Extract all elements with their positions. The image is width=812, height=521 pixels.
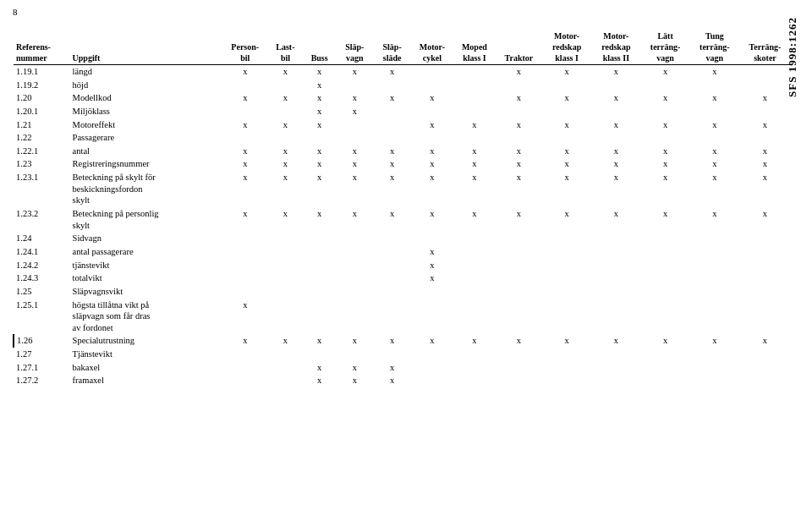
cell-value: [496, 131, 542, 145]
table-row: 1.26Specialutrustningxxxxxxxxxxxxx: [14, 334, 791, 348]
cell-value: [739, 65, 791, 79]
cell-ref: 1.20.1: [14, 105, 70, 118]
table-row: 1.22Passagerare: [14, 131, 791, 145]
cell-value: [303, 299, 336, 335]
cell-desc: totalvikt: [70, 271, 222, 285]
cell-value: x: [690, 171, 739, 207]
cell-desc: Specialutrustning: [70, 334, 222, 348]
cell-value: x: [411, 118, 453, 132]
cell-value: x: [542, 118, 591, 132]
cell-value: x: [496, 118, 542, 132]
cell-value: x: [591, 91, 640, 105]
table-row: 1.24.3totalviktx: [14, 271, 791, 285]
header-tung-terrang: Tungterräng-vagn: [690, 30, 739, 65]
cell-value: x: [542, 334, 591, 348]
cell-value: [591, 361, 640, 375]
cell-value: [542, 259, 591, 272]
cell-value: x: [268, 118, 304, 132]
cell-value: [453, 79, 496, 92]
cell-value: x: [542, 145, 591, 158]
header-uppgift: Uppgift: [70, 30, 222, 65]
cell-value: [268, 79, 304, 92]
cell-value: x: [453, 207, 496, 232]
cell-value: [640, 361, 689, 375]
cell-value: [591, 348, 640, 361]
cell-value: x: [411, 271, 453, 285]
header-slapslade: Släp-släde: [373, 30, 410, 65]
cell-value: [591, 299, 640, 335]
cell-value: [496, 285, 542, 299]
cell-value: x: [268, 91, 304, 105]
cell-value: [542, 131, 591, 145]
cell-value: x: [336, 207, 373, 232]
cell-value: [411, 65, 453, 79]
cell-value: [542, 79, 591, 92]
cell-value: [303, 232, 336, 245]
cell-value: [690, 79, 739, 92]
cell-value: [542, 348, 591, 361]
cell-value: [640, 259, 689, 272]
cell-value: x: [496, 171, 542, 207]
cell-value: x: [739, 118, 791, 132]
cell-value: [542, 361, 591, 375]
cell-value: x: [739, 91, 791, 105]
cell-value: x: [690, 157, 739, 171]
cell-value: [453, 348, 496, 361]
cell-value: x: [373, 361, 410, 375]
header-traktor: Traktor: [496, 30, 542, 65]
cell-ref: 1.19.2: [14, 79, 70, 92]
cell-value: [411, 131, 453, 145]
cell-value: x: [739, 145, 791, 158]
cell-value: [268, 299, 304, 335]
cell-value: [739, 374, 791, 387]
cell-value: [222, 348, 268, 361]
cell-value: [222, 79, 268, 92]
cell-value: [690, 131, 739, 145]
table-row: 1.23.1Beteckning på skylt förbeskickning…: [14, 171, 791, 207]
cell-value: x: [336, 65, 373, 79]
table-row: 1.19.2höjdx: [14, 79, 791, 92]
cell-value: [303, 348, 336, 361]
header-last: Last-bil: [268, 30, 304, 65]
main-table: Referens-nummer Uppgift Person-bil Last-…: [13, 30, 791, 387]
cell-ref: 1.27.1: [14, 361, 70, 375]
cell-value: [640, 285, 689, 299]
cell-desc: Modellkod: [70, 91, 222, 105]
cell-value: x: [222, 118, 268, 132]
cell-value: x: [591, 157, 640, 171]
cell-value: x: [453, 145, 496, 158]
cell-desc: Släpvagnsvikt: [70, 285, 222, 299]
cell-ref: 1.25: [14, 285, 70, 299]
cell-value: x: [542, 171, 591, 207]
cell-value: [591, 285, 640, 299]
cell-value: [411, 232, 453, 245]
cell-value: x: [222, 171, 268, 207]
table-row: 1.24.2tjänsteviktx: [14, 259, 791, 272]
cell-value: [496, 374, 542, 387]
cell-value: [268, 361, 304, 375]
header-terrangskoter: Terräng-skoter: [739, 30, 791, 65]
cell-value: x: [303, 105, 336, 118]
cell-value: [453, 285, 496, 299]
cell-desc: Registreringsnummer: [70, 157, 222, 171]
cell-value: x: [453, 334, 496, 348]
cell-value: x: [640, 65, 689, 79]
cell-value: [496, 232, 542, 245]
cell-value: [640, 348, 689, 361]
cell-value: [453, 245, 496, 259]
cell-value: x: [336, 91, 373, 105]
cell-value: [268, 131, 304, 145]
cell-value: [739, 299, 791, 335]
cell-value: x: [303, 361, 336, 375]
cell-ref: 1.27: [14, 348, 70, 361]
cell-value: x: [303, 91, 336, 105]
cell-value: [303, 245, 336, 259]
cell-desc: längd: [70, 65, 222, 79]
cell-value: [336, 299, 373, 335]
table-row: 1.23Registreringsnummerxxxxxxxxxxxxx: [14, 157, 791, 171]
cell-ref: 1.24.2: [14, 259, 70, 272]
cell-value: x: [268, 171, 304, 207]
cell-value: [640, 374, 689, 387]
cell-value: [453, 65, 496, 79]
cell-value: [411, 285, 453, 299]
